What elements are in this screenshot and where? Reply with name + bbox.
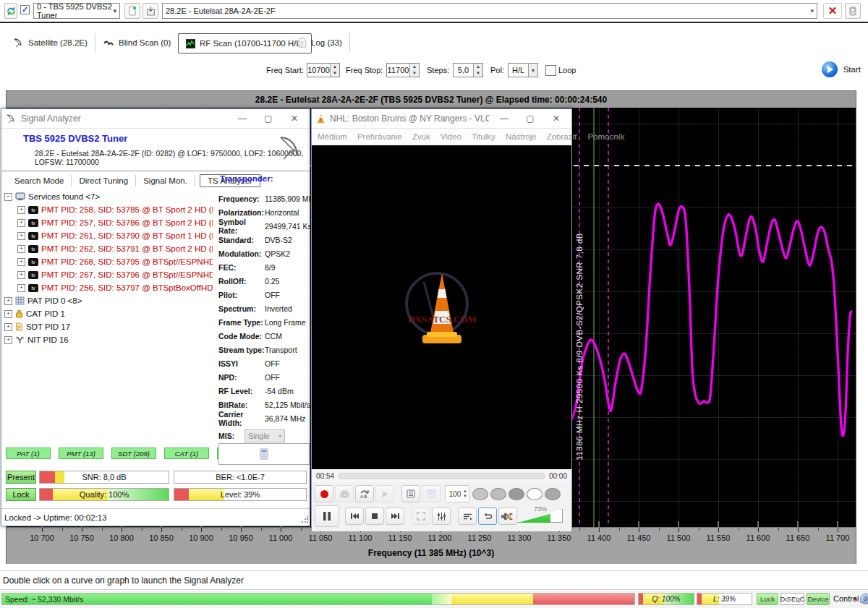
- device-enable-checkbox[interactable]: ✓: [20, 5, 30, 14]
- vlc-menu-4[interactable]: Titulky: [472, 132, 495, 141]
- expand-icon[interactable]: +: [17, 271, 25, 279]
- tree-service-item[interactable]: + tv PMT PID: 257, SID: 53786 @ BT Sport…: [17, 216, 213, 229]
- playlist-button[interactable]: [401, 485, 420, 502]
- spinner-arrows[interactable]: ▲▼: [330, 64, 339, 77]
- edit-satellite-button[interactable]: [124, 3, 140, 19]
- tab-search-mode[interactable]: Search Mode: [7, 175, 72, 187]
- fullscreen-button[interactable]: [412, 508, 430, 525]
- pol-select[interactable]: H/L▾: [508, 63, 538, 77]
- expand-icon[interactable]: +: [4, 336, 12, 344]
- pid-list-box[interactable]: [218, 443, 310, 465]
- media-library-button[interactable]: [422, 485, 441, 502]
- diseqc-button[interactable]: DiSEqC: [780, 593, 804, 605]
- seek-slider[interactable]: [339, 473, 545, 479]
- expand-icon[interactable]: +: [4, 297, 12, 305]
- device-select[interactable]: 0 - TBS 5925 DVBS2 Tuner▾: [33, 3, 120, 19]
- record-button[interactable]: [315, 485, 333, 502]
- tree-service-item[interactable]: + tv PMT PID: 261, SID: 53790 @ BT Sport…: [17, 229, 213, 242]
- toggle-button-4[interactable]: [527, 488, 542, 500]
- toggle-button-1[interactable]: [472, 488, 488, 500]
- device-button[interactable]: Device: [807, 593, 830, 605]
- tab-satellite[interactable]: Satellite (28.2E): [6, 33, 95, 52]
- x-axis-tick-label: 11 450: [627, 534, 651, 542]
- expand-icon[interactable]: +: [17, 219, 25, 227]
- vlc-titlebar[interactable]: NHL: Boston Bruins @ NY Rangers - VLC me…: [312, 109, 571, 129]
- previous-button[interactable]: [345, 508, 364, 525]
- signal-analyzer-titlebar[interactable]: Signal Analyzer — ▢ ✕: [1, 109, 310, 129]
- expand-icon[interactable]: +: [17, 206, 25, 214]
- satellite-select[interactable]: 28.2E - Eutelsat 28A-2A-2E-2F▾: [162, 3, 817, 19]
- chevron-down-icon: ▾: [278, 433, 281, 440]
- resize-grip[interactable]: [859, 596, 867, 604]
- toggle-button-3[interactable]: [509, 488, 524, 500]
- tree-item-pat[interactable]: + PAT PID 0 <8>: [4, 294, 213, 307]
- tree-item-cat[interactable]: + CAT PID 1: [4, 307, 213, 320]
- tree-service-item[interactable]: + tv PMT PID: 262, SID: 53791 @ BT Sport…: [17, 242, 213, 255]
- vlc-menu-7[interactable]: Pomocník: [587, 132, 624, 141]
- tree-service-item[interactable]: + tv PMT PID: 256, SID: 53797 @ BTSptBox…: [17, 281, 213, 294]
- tab-log[interactable]: Log (33): [291, 33, 350, 52]
- spinner-arrows[interactable]: ▲▼: [463, 489, 467, 499]
- tree-root-services[interactable]: − Services found <7>: [4, 190, 213, 203]
- window-mode-button[interactable]: [845, 3, 861, 19]
- speed-spinner[interactable]: 100 ▲▼: [445, 485, 469, 502]
- lock-button[interactable]: Lock: [757, 593, 778, 605]
- extended-settings-button[interactable]: [458, 508, 477, 525]
- next-button[interactable]: [386, 508, 404, 525]
- snapshot-button[interactable]: [335, 485, 354, 502]
- toggle-button-2[interactable]: [490, 488, 506, 500]
- steps-input[interactable]: 5,0▲▼: [453, 63, 483, 77]
- equalizer-button[interactable]: [432, 508, 451, 525]
- minimize-button[interactable]: —: [231, 111, 253, 126]
- transponder-row: Pilot: OFF: [218, 288, 310, 301]
- resize-grip[interactable]: [301, 516, 308, 523]
- expand-icon[interactable]: +: [4, 323, 12, 331]
- toggle-button-5[interactable]: [545, 488, 561, 500]
- spinner-arrows[interactable]: ▲▼: [409, 64, 419, 77]
- control-dropdown-arrow[interactable]: ▾: [854, 596, 856, 602]
- tab-direct-tuning[interactable]: Direct Tuning: [72, 175, 136, 187]
- spinner-arrows[interactable]: ▲▼: [473, 64, 482, 77]
- refresh-devices-button[interactable]: [4, 3, 17, 19]
- vlc-menu-1[interactable]: Prehrávanie: [357, 132, 402, 141]
- vlc-video-area[interactable]: DXSATCS.COM: [312, 145, 571, 469]
- tree-service-item[interactable]: + tv PMT PID: 267, SID: 53796 @ BTSpt//E…: [17, 268, 213, 281]
- expand-icon[interactable]: +: [4, 310, 12, 318]
- tree-item-sdt[interactable]: + SDT PID 17: [4, 320, 213, 333]
- expand-icon[interactable]: +: [17, 284, 25, 292]
- freq-start-input[interactable]: 10700▲▼: [307, 63, 340, 77]
- vlc-menu-3[interactable]: Video: [441, 132, 461, 141]
- volume-control[interactable]: 73%: [501, 505, 563, 524]
- maximize-button[interactable]: ▢: [519, 111, 541, 126]
- vlc-menu-5[interactable]: Nástroje: [506, 132, 537, 141]
- loop-button[interactable]: [478, 508, 497, 525]
- expand-icon[interactable]: +: [17, 245, 25, 253]
- tree-service-item[interactable]: + tv PMT PID: 268, SID: 53795 @ BTSpt//E…: [17, 255, 213, 268]
- frame-by-frame-button[interactable]: [375, 485, 394, 502]
- tab-blind-scan[interactable]: Blind Scan (0): [96, 33, 179, 52]
- minimize-button[interactable]: —: [493, 111, 515, 126]
- mis-select[interactable]: Single▾: [244, 429, 285, 442]
- tree-service-item[interactable]: + tv PMT PID: 258, SID: 53785 @ BT Sport…: [17, 203, 213, 216]
- loop-checkbox[interactable]: [545, 65, 556, 76]
- pause-button[interactable]: [315, 505, 339, 527]
- vlc-menu-6[interactable]: Zobraziť: [547, 132, 578, 141]
- vlc-menu-0[interactable]: Médium: [318, 132, 347, 141]
- transponder-row-label: Frequency:: [218, 194, 265, 203]
- start-scan-button[interactable]: Start: [822, 61, 861, 77]
- tab-signal-mon[interactable]: Signal Mon.: [136, 175, 195, 187]
- status-bar: Speed: ~ 52,330 Mbit/s Q: 100% L: 39% Lo…: [0, 591, 868, 608]
- expand-icon[interactable]: +: [17, 232, 25, 240]
- freq-stop-input[interactable]: 11700▲▼: [386, 63, 420, 77]
- ab-loop-button[interactable]: A B: [355, 485, 374, 502]
- maximize-button[interactable]: ▢: [258, 111, 279, 126]
- stop-button[interactable]: [365, 508, 384, 525]
- close-app-button[interactable]: ✕: [823, 3, 842, 19]
- tree-item-nit[interactable]: + NIT PID 16: [4, 333, 213, 346]
- close-button[interactable]: ✕: [284, 111, 305, 126]
- expand-icon[interactable]: +: [17, 258, 25, 266]
- vlc-menu-2[interactable]: Zvuk: [412, 132, 430, 141]
- close-button[interactable]: ✕: [545, 111, 567, 126]
- import-satellite-button[interactable]: [142, 3, 158, 19]
- collapse-icon[interactable]: −: [4, 193, 12, 201]
